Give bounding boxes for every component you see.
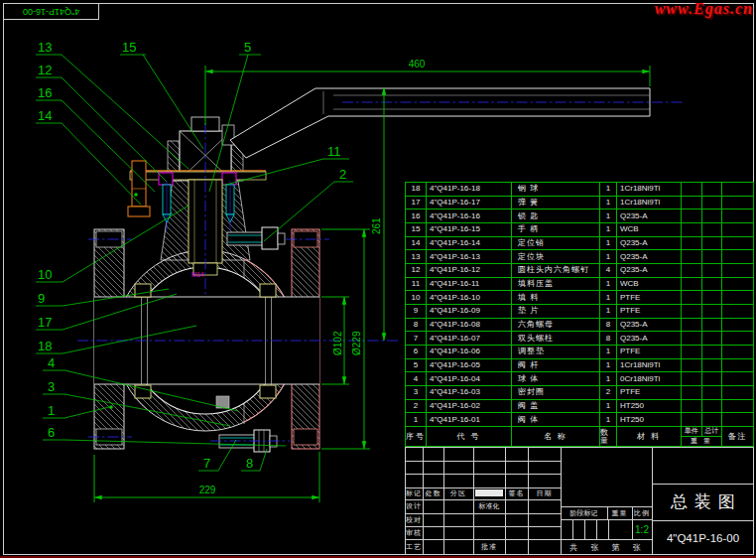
bom-cell: 圆柱头内六角螺钉 — [512, 264, 600, 277]
bom-row: 54"Q41P-16-05阀 杆11Cr18Ni9Ti — [406, 359, 753, 373]
bom-cell — [682, 386, 702, 399]
bom-cell — [682, 209, 702, 222]
bom-row: 34"Q41P-16-03密封圈2PTFE — [406, 386, 753, 400]
bom-cell: 六角螺母 — [512, 319, 600, 332]
dim-102: Ø102 — [332, 331, 343, 355]
bom-cell: 4 — [600, 264, 617, 277]
bom-header: 序号 代 号 名 称 数量 材 料 单件 总计 重 量 备注 — [406, 427, 753, 446]
bom-header-code: 代 号 — [427, 427, 512, 446]
tb-drawing-title: 总装图 — [652, 484, 754, 520]
socket-screw-head — [159, 173, 173, 185]
bom-cell: Q235-A — [617, 237, 682, 250]
bom-cell: 8 — [600, 332, 617, 345]
bom-cell: 5 — [406, 359, 427, 372]
bom-cell — [722, 400, 753, 413]
bom-cell: Q235-A — [617, 332, 682, 345]
bom-cell: PTFE — [617, 386, 682, 399]
bom-cell: 4"Q41P-16-07 — [427, 332, 512, 345]
bom-cell — [702, 359, 722, 372]
bom-cell: Q235-A — [617, 250, 682, 263]
bom-cell: 9 — [406, 305, 427, 318]
bom-cell — [722, 237, 753, 250]
bom-cell — [702, 346, 722, 358]
bom-cell — [702, 386, 722, 399]
mounting-plate — [130, 172, 266, 180]
callout-13: 13 — [38, 40, 52, 55]
callout-8: 8 — [246, 456, 253, 471]
bom-cell: 锁 匙 — [512, 209, 600, 222]
tb-process-label: 工艺 — [405, 539, 423, 555]
bom-cell: 4"Q41P-16-05 — [427, 359, 512, 372]
bom-cell — [702, 264, 722, 277]
callout-5: 5 — [244, 40, 251, 55]
bom-cell: 1 — [600, 291, 617, 304]
tb-scale-value: 1:2 — [632, 519, 652, 539]
bom-cell: WCB — [617, 278, 682, 291]
tb-mark-label: 标记 — [405, 488, 423, 499]
bom-cell — [682, 291, 702, 304]
tb-count-label: 处数 — [423, 488, 443, 499]
dim-460: 460 — [409, 59, 426, 70]
bom-cell — [702, 250, 722, 263]
bom-cell: 1Cr18Ni9Ti — [617, 359, 682, 372]
bom-cell: PTFE — [617, 291, 682, 304]
bom-cell — [682, 400, 702, 413]
dim-229: 229 — [199, 485, 216, 495]
bom-cell: 10 — [406, 291, 427, 304]
bom-cell: 填料压盖 — [512, 278, 600, 291]
bom-cell — [682, 237, 702, 250]
bom-cell: 1Cr18Ni9Ti — [617, 197, 682, 209]
bom-cell: 1 — [600, 400, 617, 413]
tb-drawing-number: 4"Q41P-16-00 — [652, 520, 754, 555]
bom-cell — [702, 197, 722, 209]
bom-row: 84"Q41P-16-08六角螺母8Q235-A — [406, 319, 753, 333]
bom-cell — [682, 250, 702, 263]
bom-cell: 1 — [600, 359, 617, 372]
bom-cell — [722, 386, 753, 399]
bom-cell: 密封圈 — [512, 386, 600, 399]
callout-10: 10 — [38, 267, 52, 282]
bom-cell: 阀 杆 — [512, 359, 600, 372]
tb-date-label: 日期 — [528, 488, 561, 499]
bom-cell — [682, 372, 702, 385]
bom-row: 124"Q41P-16-12圆柱头内六角螺钉4Q235-A — [406, 264, 753, 278]
bom-cell: 4"Q41P-16-09 — [427, 305, 512, 318]
bom-row: 114"Q41P-16-11填料压盖1WCB — [406, 278, 753, 292]
locating-pin — [128, 161, 150, 216]
bom-cell: Q235-A — [617, 264, 682, 277]
callout-6: 6 — [48, 425, 55, 440]
callout-7: 7 — [203, 456, 210, 471]
bom-cell: 4"Q41P-16-17 — [427, 197, 512, 209]
callout-4: 4 — [48, 355, 55, 370]
tb-scale-label: 比例 — [632, 506, 652, 519]
bom-cell: Q235-A — [617, 209, 682, 222]
bom-cell: 4"Q41P-16-13 — [427, 250, 512, 263]
bom-cell: 7 — [406, 332, 427, 345]
bom-cell: 4"Q41P-16-18 — [427, 183, 512, 196]
bom-cell: 1 — [600, 209, 617, 222]
bom-cell: 4"Q41P-16-11 — [427, 278, 512, 291]
bom-cell: 4"Q41P-16-08 — [427, 319, 512, 332]
bom-header-unit-weight: 单件 — [682, 427, 702, 436]
bom-cell: 16 — [406, 209, 427, 222]
corner-drawing-number: 4"Q41P-16-00 — [23, 7, 79, 17]
bom-row: 44"Q41P-16-04球 体10Cr18Ni9Ti — [406, 372, 753, 386]
dim-261: 261 — [371, 217, 382, 234]
watermark: www.Egas.cn — [655, 0, 753, 18]
bom-cell: 1 — [600, 413, 617, 426]
bom-cell — [682, 319, 702, 332]
bom-cell: 1 — [600, 197, 617, 209]
bom-cell: 定位销 — [512, 237, 600, 250]
callout-16: 16 — [38, 85, 52, 100]
bom-cell: 11 — [406, 278, 427, 291]
bom-cell — [702, 237, 722, 250]
bom-cell: 4"Q41P-16-04 — [427, 372, 512, 385]
bom-cell — [682, 305, 702, 318]
leader-dot — [109, 405, 113, 409]
leader-dot — [134, 193, 138, 197]
dim-229od: Ø229 — [351, 331, 362, 355]
bom-cell — [682, 332, 702, 345]
bom-cell — [702, 291, 722, 304]
bom-header-material: 材 料 — [617, 427, 682, 446]
bom-cell — [722, 197, 753, 209]
